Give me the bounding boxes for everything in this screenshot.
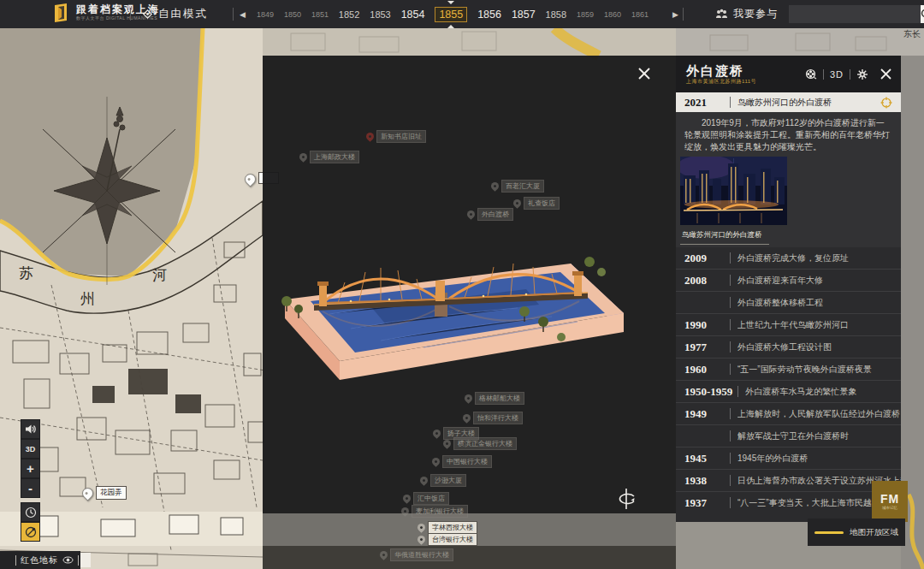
- year-tab[interactable]: 1852: [339, 9, 359, 20]
- timeline-row[interactable]: 2008外白渡桥迎来百年大修: [676, 269, 901, 291]
- legend-line-swatch: [814, 531, 844, 534]
- timeline-row[interactable]: 解放军战士守卫在外白渡桥时: [676, 424, 901, 447]
- night-photo[interactable]: [680, 157, 787, 225]
- app-stage: 苏 州 河: [0, 0, 924, 569]
- timeline-row[interactable]: 19451945年的外白渡桥: [676, 447, 901, 469]
- timeline-row[interactable]: 1949上海解放时，人民解放军队伍经过外白渡桥: [676, 402, 901, 424]
- map-pin-garden-lane[interactable]: 花园弄: [82, 488, 127, 500]
- settings-flower-icon[interactable]: [856, 68, 868, 80]
- sound-toggle-button[interactable]: [21, 419, 40, 439]
- year-tab[interactable]: 1858: [546, 9, 566, 20]
- map-pin-dim[interactable]: 汇中饭店: [403, 492, 449, 505]
- map-pin-dim[interactable]: 礼查饭店: [513, 197, 560, 210]
- map-pin-dim[interactable]: 华俄道胜银行大楼: [380, 548, 453, 561]
- river-char-su: 苏: [19, 265, 33, 282]
- archive-logo-icon: [53, 3, 70, 22]
- panel-3d-toggle[interactable]: 3D: [830, 69, 844, 80]
- map-pin-dim[interactable]: 中国银行大楼: [432, 455, 492, 468]
- participate-label: 我要参与: [733, 7, 778, 21]
- model-viewer-overlay[interactable]: [263, 56, 676, 569]
- pin-icon: [465, 209, 477, 220]
- pin-icon: [512, 198, 523, 209]
- years-prev-icon[interactable]: ◀: [240, 10, 246, 19]
- year-tab[interactable]: 1850: [284, 10, 301, 19]
- map-pin-bright[interactable]: 字林西报大楼: [418, 521, 477, 534]
- map-pin-red-star[interactable]: 新知书店旧址: [366, 130, 426, 143]
- timeline-row[interactable]: 1937“八一三”事变当天，大批上海市民越过苏州河…: [676, 491, 901, 513]
- map-pin-dim[interactable]: 沙逊大厦: [420, 474, 466, 487]
- zoom-out-button[interactable]: -: [21, 478, 40, 498]
- mode-switch[interactable]: 自由模式: [142, 0, 208, 28]
- close-icon[interactable]: [637, 66, 652, 81]
- detail-paragraph: 2019年9月，市政府对112岁的外白渡桥进行新一轮景观照明和涂装提升工程。重新…: [676, 112, 901, 153]
- year-tab[interactable]: 1859: [577, 10, 594, 19]
- year-tab[interactable]: 1851: [311, 10, 329, 19]
- years-next-icon[interactable]: ▶: [672, 10, 678, 19]
- pin-icon: [80, 485, 95, 501]
- pin-icon: [431, 428, 442, 439]
- divider: [15, 555, 16, 566]
- year-tab[interactable]: 1849: [257, 10, 274, 19]
- timeline-row[interactable]: 外白渡桥整体移桥工程: [676, 291, 901, 313]
- compass-tool-icon: [25, 526, 37, 538]
- map-3d-toggle-button[interactable]: 3D: [21, 439, 40, 459]
- year-tab[interactable]: 1856: [477, 9, 501, 21]
- timeline-row[interactable]: 1990上世纪九十年代鸟瞰苏州河口: [676, 313, 901, 335]
- search-icon: [921, 9, 924, 20]
- bridge-3d-model[interactable]: [270, 233, 629, 387]
- year-tab[interactable]: 1853: [370, 9, 390, 20]
- timeline-rows: 2009外白渡桥完成大修，复位原址 2008外白渡桥迎来百年大修 外白渡桥整体移…: [676, 247, 901, 522]
- year-tab[interactable]: 1860: [604, 10, 621, 19]
- speaker-icon: [25, 424, 36, 435]
- fm-radio-badge[interactable]: FM 城市记忆: [872, 481, 908, 522]
- map-pin-dim[interactable]: 麦加利银行大楼: [401, 505, 468, 518]
- compass-tool-button[interactable]: [21, 522, 40, 542]
- film-reel-icon[interactable]: [805, 68, 817, 80]
- timeline-row[interactable]: 1950-1959外白渡桥车水马龙的繁忙景象: [676, 380, 901, 402]
- map-pin-dim[interactable]: 格林邮船大楼: [465, 392, 524, 405]
- divider: [730, 97, 731, 108]
- timeline-row[interactable]: 1977外白渡桥大修工程设计图: [676, 335, 901, 358]
- photo-caption: 鸟瞰苏州河口的外白渡桥: [680, 230, 769, 245]
- timeline-row[interactable]: 1938日伪上海督办市政公署关于设立苏州河水上查验…: [676, 469, 901, 491]
- search-button[interactable]: [921, 5, 924, 23]
- pin-icon: [430, 456, 441, 467]
- year-tab[interactable]: 1857: [512, 9, 536, 21]
- timeline-panel: 外白渡桥 上海市黄浦区北苏州路111号 3D: [676, 56, 901, 522]
- map-pin-dim[interactable]: 百老汇大厦: [491, 180, 544, 193]
- panel-title: 外白渡桥: [686, 63, 756, 78]
- mode-label: 自由模式: [158, 7, 208, 21]
- timeline-row[interactable]: 1960“五一”国际劳动节夜晚外白渡桥夜景: [676, 358, 901, 380]
- rotate-model-icon[interactable]: [613, 486, 639, 512]
- divider: [850, 69, 850, 80]
- history-clock-button[interactable]: [21, 502, 40, 522]
- year-tab[interactable]: 1861: [631, 10, 649, 19]
- pin-icon: [416, 522, 427, 533]
- map-pin-bright[interactable]: 台湾银行大楼: [418, 533, 477, 546]
- zoom-in-button[interactable]: +: [21, 459, 40, 478]
- map-pin-dim[interactable]: 怡和洋行大楼: [463, 412, 523, 424]
- participate-button[interactable]: 我要参与: [715, 0, 778, 28]
- clock-icon: [25, 507, 37, 519]
- river-char-he: 河: [152, 267, 167, 283]
- panel-collapse-chip[interactable]: [80, 553, 91, 567]
- map-pin-dim[interactable]: 横滨正金银行大楼: [443, 437, 517, 450]
- pin-icon: [401, 493, 412, 504]
- year-tab-selected[interactable]: 1855: [435, 7, 467, 22]
- search-input[interactable]: [789, 5, 921, 23]
- pin-icon: [242, 171, 258, 187]
- map-pin-dim[interactable]: 外白渡桥: [467, 208, 513, 221]
- search-bar: [789, 5, 903, 23]
- pin-icon: [418, 475, 429, 486]
- river-char-zhou: 州: [80, 291, 95, 307]
- map-pin-dim[interactable]: 上海邮政大楼: [299, 151, 359, 163]
- year-tab[interactable]: 1854: [401, 9, 425, 21]
- timeline-row-selected[interactable]: 2021 鸟瞰苏州河口的外白渡桥: [676, 92, 901, 112]
- pin-label: 花园弄: [96, 486, 127, 500]
- timeline-row[interactable]: 2009外白渡桥完成大修，复位原址: [676, 247, 901, 269]
- locate-target-icon[interactable]: [880, 97, 901, 109]
- timeline-detail: 2019年9月，市政府对112岁的外白渡桥进行新一轮景观照明和涂装提升工程。重新…: [676, 112, 901, 248]
- panel-close-icon[interactable]: [880, 68, 892, 80]
- red-landmark-toggle[interactable]: 红色地标: [0, 551, 80, 569]
- top-bar: 跟着档案观上海 数字人文平台 DIGITAL HUMANITIES 自由模式 ◀…: [0, 0, 924, 28]
